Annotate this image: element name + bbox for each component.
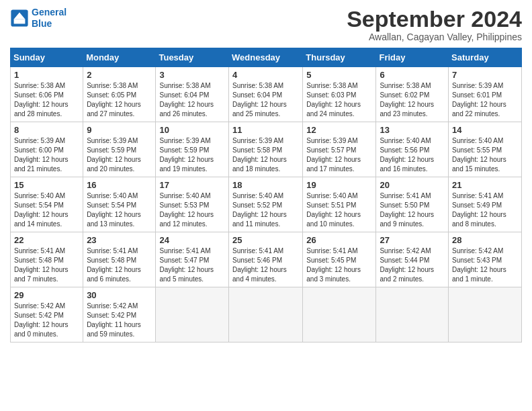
day-info: Sunrise: 5:41 AM Sunset: 5:49 PM Dayligh… [452, 191, 518, 229]
weekday-header-sunday: Sunday [11, 48, 83, 67]
calendar-week-row: 22Sunrise: 5:41 AM Sunset: 5:48 PM Dayli… [11, 232, 522, 287]
day-number: 8 [14, 125, 79, 135]
location-subtitle: Awallan, Cagayan Valley, Philippines [347, 32, 522, 42]
calendar-day-cell: 9Sunrise: 5:39 AM Sunset: 5:59 PM Daylig… [83, 122, 156, 177]
day-info: Sunrise: 5:40 AM Sunset: 5:56 PM Dayligh… [380, 136, 445, 174]
calendar-day-cell: 11Sunrise: 5:39 AM Sunset: 5:58 PM Dayli… [229, 122, 303, 177]
day-number: 5 [306, 70, 372, 80]
calendar-week-row: 15Sunrise: 5:40 AM Sunset: 5:54 PM Dayli… [11, 177, 522, 232]
day-info: Sunrise: 5:39 AM Sunset: 5:58 PM Dayligh… [232, 136, 299, 174]
day-number: 18 [232, 180, 299, 190]
day-info: Sunrise: 5:39 AM Sunset: 5:57 PM Dayligh… [306, 136, 372, 174]
day-number: 30 [87, 290, 152, 300]
calendar-day-cell: 25Sunrise: 5:41 AM Sunset: 5:46 PM Dayli… [229, 232, 303, 287]
day-info: Sunrise: 5:41 AM Sunset: 5:46 PM Dayligh… [232, 246, 299, 284]
calendar-day-cell [376, 287, 449, 342]
day-number: 9 [87, 125, 152, 135]
page-header: General Blue September 2024 Awallan, Cag… [10, 7, 522, 42]
weekday-header-monday: Monday [83, 48, 156, 67]
day-info: Sunrise: 5:40 AM Sunset: 5:52 PM Dayligh… [232, 191, 299, 229]
calendar-day-cell: 3Sunrise: 5:38 AM Sunset: 6:04 PM Daylig… [156, 67, 229, 122]
calendar-day-cell: 1Sunrise: 5:38 AM Sunset: 6:06 PM Daylig… [11, 67, 83, 122]
day-number: 2 [87, 70, 152, 80]
calendar-day-cell: 21Sunrise: 5:41 AM Sunset: 5:49 PM Dayli… [449, 177, 522, 232]
calendar-day-cell: 12Sunrise: 5:39 AM Sunset: 5:57 PM Dayli… [303, 122, 376, 177]
day-number: 20 [380, 180, 445, 190]
calendar-header-row: SundayMondayTuesdayWednesdayThursdayFrid… [11, 48, 522, 67]
day-number: 10 [159, 125, 225, 135]
day-info: Sunrise: 5:41 AM Sunset: 5:48 PM Dayligh… [14, 246, 79, 284]
calendar-day-cell: 29Sunrise: 5:42 AM Sunset: 5:42 PM Dayli… [11, 287, 83, 342]
day-number: 19 [306, 180, 372, 190]
calendar-day-cell: 30Sunrise: 5:42 AM Sunset: 5:42 PM Dayli… [83, 287, 156, 342]
day-info: Sunrise: 5:39 AM Sunset: 6:01 PM Dayligh… [452, 81, 518, 119]
day-info: Sunrise: 5:39 AM Sunset: 6:00 PM Dayligh… [14, 136, 79, 174]
day-number: 13 [380, 125, 445, 135]
calendar-day-cell: 4Sunrise: 5:38 AM Sunset: 6:04 PM Daylig… [229, 67, 303, 122]
title-block: September 2024 Awallan, Cagayan Valley, … [347, 7, 522, 42]
svg-rect-2 [14, 19, 26, 24]
calendar-day-cell: 22Sunrise: 5:41 AM Sunset: 5:48 PM Dayli… [11, 232, 83, 287]
day-info: Sunrise: 5:39 AM Sunset: 5:59 PM Dayligh… [87, 136, 152, 174]
day-info: Sunrise: 5:42 AM Sunset: 5:42 PM Dayligh… [87, 302, 152, 339]
calendar-week-row: 29Sunrise: 5:42 AM Sunset: 5:42 PM Dayli… [11, 287, 522, 342]
day-info: Sunrise: 5:42 AM Sunset: 5:42 PM Dayligh… [14, 302, 79, 339]
day-info: Sunrise: 5:41 AM Sunset: 5:45 PM Dayligh… [306, 246, 372, 284]
day-number: 25 [232, 235, 299, 245]
logo-line1: General [32, 7, 66, 17]
day-number: 26 [306, 235, 372, 245]
calendar-body: 1Sunrise: 5:38 AM Sunset: 6:06 PM Daylig… [11, 67, 522, 342]
month-title: September 2024 [347, 7, 522, 32]
day-number: 15 [14, 180, 79, 190]
calendar-day-cell: 16Sunrise: 5:40 AM Sunset: 5:54 PM Dayli… [83, 177, 156, 232]
calendar-day-cell: 19Sunrise: 5:40 AM Sunset: 5:51 PM Dayli… [303, 177, 376, 232]
calendar-day-cell: 27Sunrise: 5:42 AM Sunset: 5:44 PM Dayli… [376, 232, 449, 287]
logo-text: General Blue [32, 7, 66, 30]
day-number: 17 [159, 180, 225, 190]
day-info: Sunrise: 5:41 AM Sunset: 5:50 PM Dayligh… [380, 191, 445, 229]
calendar-day-cell [229, 287, 303, 342]
calendar-day-cell: 23Sunrise: 5:41 AM Sunset: 5:48 PM Dayli… [83, 232, 156, 287]
day-info: Sunrise: 5:38 AM Sunset: 6:04 PM Dayligh… [159, 81, 225, 119]
calendar-day-cell: 7Sunrise: 5:39 AM Sunset: 6:01 PM Daylig… [449, 67, 522, 122]
day-info: Sunrise: 5:40 AM Sunset: 5:53 PM Dayligh… [159, 191, 225, 229]
calendar-day-cell: 18Sunrise: 5:40 AM Sunset: 5:52 PM Dayli… [229, 177, 303, 232]
calendar-day-cell: 28Sunrise: 5:42 AM Sunset: 5:43 PM Dayli… [449, 232, 522, 287]
day-info: Sunrise: 5:40 AM Sunset: 5:54 PM Dayligh… [14, 191, 79, 229]
calendar-day-cell [449, 287, 522, 342]
day-number: 27 [380, 235, 445, 245]
day-info: Sunrise: 5:40 AM Sunset: 5:55 PM Dayligh… [452, 136, 518, 174]
day-info: Sunrise: 5:38 AM Sunset: 6:05 PM Dayligh… [87, 81, 152, 119]
day-number: 28 [452, 235, 518, 245]
day-number: 7 [452, 70, 518, 80]
calendar-day-cell: 24Sunrise: 5:41 AM Sunset: 5:47 PM Dayli… [156, 232, 229, 287]
day-info: Sunrise: 5:38 AM Sunset: 6:04 PM Dayligh… [232, 81, 299, 119]
calendar-day-cell: 5Sunrise: 5:38 AM Sunset: 6:03 PM Daylig… [303, 67, 376, 122]
calendar-day-cell: 8Sunrise: 5:39 AM Sunset: 6:00 PM Daylig… [11, 122, 83, 177]
day-number: 3 [159, 70, 225, 80]
calendar-day-cell: 13Sunrise: 5:40 AM Sunset: 5:56 PM Dayli… [376, 122, 449, 177]
day-number: 24 [159, 235, 225, 245]
weekday-header-friday: Friday [376, 48, 449, 67]
calendar-day-cell: 10Sunrise: 5:39 AM Sunset: 5:59 PM Dayli… [156, 122, 229, 177]
day-info: Sunrise: 5:40 AM Sunset: 5:54 PM Dayligh… [87, 191, 152, 229]
calendar-week-row: 8Sunrise: 5:39 AM Sunset: 6:00 PM Daylig… [11, 122, 522, 177]
day-info: Sunrise: 5:38 AM Sunset: 6:03 PM Dayligh… [306, 81, 372, 119]
day-info: Sunrise: 5:39 AM Sunset: 5:59 PM Dayligh… [159, 136, 225, 174]
day-number: 29 [14, 290, 79, 300]
logo-icon [10, 9, 29, 28]
day-number: 1 [14, 70, 79, 80]
calendar-day-cell: 6Sunrise: 5:38 AM Sunset: 6:02 PM Daylig… [376, 67, 449, 122]
day-number: 6 [380, 70, 445, 80]
day-info: Sunrise: 5:41 AM Sunset: 5:47 PM Dayligh… [159, 246, 225, 284]
day-info: Sunrise: 5:42 AM Sunset: 5:43 PM Dayligh… [452, 246, 518, 284]
day-number: 16 [87, 180, 152, 190]
calendar-day-cell: 15Sunrise: 5:40 AM Sunset: 5:54 PM Dayli… [11, 177, 83, 232]
day-info: Sunrise: 5:40 AM Sunset: 5:51 PM Dayligh… [306, 191, 372, 229]
weekday-header-wednesday: Wednesday [229, 48, 303, 67]
day-number: 22 [14, 235, 79, 245]
calendar-day-cell: 20Sunrise: 5:41 AM Sunset: 5:50 PM Dayli… [376, 177, 449, 232]
day-info: Sunrise: 5:38 AM Sunset: 6:02 PM Dayligh… [380, 81, 445, 119]
logo-line2: Blue [32, 18, 52, 29]
calendar-table: SundayMondayTuesdayWednesdayThursdayFrid… [10, 48, 522, 342]
